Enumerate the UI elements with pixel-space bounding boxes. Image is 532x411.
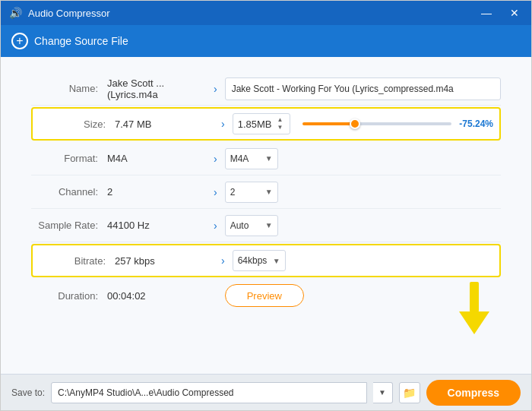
size-source-value: 7.47 MB bbox=[115, 119, 214, 130]
format-row: Format: M4A › M4A ▼ bbox=[31, 142, 501, 175]
title-bar: 🔊 Audio Compressor — ✕ bbox=[1, 1, 531, 25]
save-to-label: Save to: bbox=[11, 387, 45, 398]
channel-dropdown-value: 2 bbox=[230, 187, 236, 198]
format-dropdown-arrow-icon: ▼ bbox=[265, 154, 273, 163]
open-folder-button[interactable]: 📁 bbox=[399, 382, 420, 403]
format-arrow-icon: › bbox=[214, 153, 217, 165]
bitrate-dropdown[interactable]: 64kbps ▼ bbox=[233, 250, 286, 271]
size-slider-thumb bbox=[350, 119, 360, 129]
footer: Save to: ▼ 📁 Compress bbox=[1, 374, 531, 410]
plus-circle-icon: + bbox=[11, 33, 28, 49]
size-spinners: ▲ ▼ bbox=[274, 116, 285, 131]
bitrate-dropdown-value: 64kbps bbox=[238, 255, 268, 266]
bitrate-dropdown-arrow-icon: ▼ bbox=[273, 257, 280, 265]
channel-label: Channel: bbox=[31, 186, 107, 198]
change-source-button[interactable]: + Change Source File bbox=[11, 33, 128, 49]
size-slider[interactable] bbox=[302, 122, 451, 125]
bitrate-row: Bitrate: 257 kbps › 64kbps ▼ bbox=[31, 244, 501, 277]
duration-source-value: 00:04:02 bbox=[107, 290, 206, 302]
sample-rate-target: Auto ▼ bbox=[225, 215, 501, 236]
channel-row: Channel: 2 › 2 ▼ bbox=[31, 175, 501, 209]
duration-row: Duration: 00:04:02 › Preview bbox=[31, 279, 501, 312]
sub-header: + Change Source File bbox=[1, 25, 531, 57]
preview-button[interactable]: Preview bbox=[225, 284, 304, 307]
channel-source-value: 2 bbox=[107, 186, 206, 198]
size-spin-up[interactable]: ▲ bbox=[274, 116, 285, 124]
main-content: Name: Jake Scott ...(Lyrics.m4a › Size: … bbox=[1, 57, 531, 374]
window-controls: — ✕ bbox=[477, 6, 524, 20]
size-arrow-icon: › bbox=[221, 118, 225, 130]
arrow-head bbox=[459, 311, 489, 334]
save-path-input[interactable] bbox=[51, 382, 367, 403]
size-value-display: 1.85MB ▲ ▼ bbox=[233, 113, 291, 134]
audio-icon: 🔊 bbox=[8, 6, 22, 20]
format-label: Format: bbox=[31, 153, 107, 164]
compress-button[interactable]: Compress bbox=[426, 380, 521, 406]
size-percent-label: -75.24% bbox=[459, 119, 493, 129]
channel-arrow-icon: › bbox=[214, 186, 217, 198]
name-row: Name: Jake Scott ...(Lyrics.m4a › bbox=[31, 72, 501, 106]
sample-rate-source-value: 44100 Hz bbox=[107, 220, 206, 231]
minimize-button[interactable]: — bbox=[477, 6, 496, 20]
bitrate-source-value: 257 kbps bbox=[115, 255, 214, 267]
save-path-dropdown-button[interactable]: ▼ bbox=[373, 382, 393, 403]
channel-target: 2 ▼ bbox=[225, 182, 501, 203]
name-target bbox=[225, 77, 501, 100]
name-arrow-icon: › bbox=[214, 83, 217, 95]
sample-rate-dropdown[interactable]: Auto ▼ bbox=[225, 215, 278, 236]
bitrate-label: Bitrate: bbox=[39, 255, 115, 267]
sample-rate-row: Sample Rate: 44100 Hz › Auto ▼ bbox=[31, 209, 501, 242]
sample-rate-dropdown-value: Auto bbox=[230, 220, 249, 231]
format-dropdown[interactable]: M4A ▼ bbox=[225, 148, 278, 169]
size-target: 1.85MB ▲ ▼ -75.24% bbox=[233, 113, 493, 134]
yellow-arrow bbox=[459, 282, 489, 334]
title-bar-left: 🔊 Audio Compressor bbox=[8, 6, 110, 20]
content-wrapper: Name: Jake Scott ...(Lyrics.m4a › Size: … bbox=[1, 57, 531, 374]
name-label: Name: bbox=[31, 83, 107, 94]
name-input[interactable] bbox=[225, 77, 501, 100]
bitrate-target: 64kbps ▼ bbox=[233, 250, 493, 271]
bitrate-arrow-icon: › bbox=[221, 255, 225, 267]
sample-rate-label: Sample Rate: bbox=[31, 220, 107, 231]
app-window: 🔊 Audio Compressor — ✕ + Change Source F… bbox=[0, 0, 532, 411]
close-button[interactable]: ✕ bbox=[505, 6, 524, 20]
name-source-value: Jake Scott ...(Lyrics.m4a bbox=[107, 77, 206, 100]
format-target: M4A ▼ bbox=[225, 148, 501, 169]
sample-rate-arrow-icon: › bbox=[214, 220, 217, 232]
size-target-value: 1.85MB bbox=[238, 119, 272, 130]
size-slider-container: -75.24% bbox=[302, 119, 493, 129]
format-source-value: M4A bbox=[107, 153, 206, 164]
channel-dropdown-arrow-icon: ▼ bbox=[265, 188, 273, 196]
channel-dropdown[interactable]: 2 ▼ bbox=[225, 182, 278, 203]
duration-label: Duration: bbox=[31, 290, 107, 302]
size-row: Size: 7.47 MB › 1.85MB ▲ ▼ bbox=[31, 107, 501, 141]
arrow-shaft bbox=[470, 282, 479, 312]
format-dropdown-value: M4A bbox=[230, 153, 249, 164]
size-spin-down[interactable]: ▼ bbox=[274, 124, 285, 131]
size-label: Size: bbox=[39, 119, 115, 130]
sample-rate-dropdown-arrow-icon: ▼ bbox=[265, 221, 273, 229]
change-source-label: Change Source File bbox=[34, 35, 128, 47]
app-title: Audio Compressor bbox=[28, 8, 110, 19]
